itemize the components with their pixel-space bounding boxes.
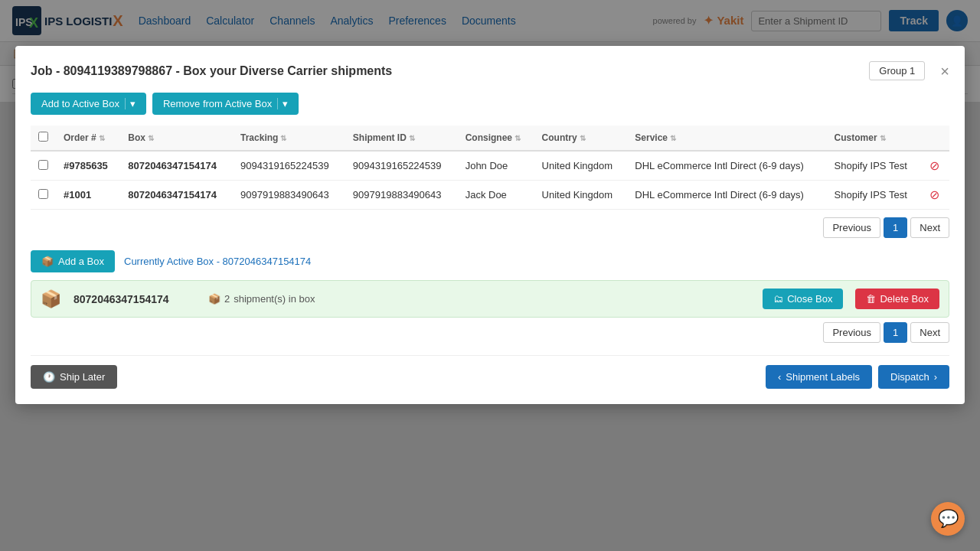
add-box-label: Add to Active Box xyxy=(41,98,119,102)
modal-header: Job - 8094119389798867 - Box your Divers… xyxy=(31,61,949,80)
add-to-active-box-button[interactable]: Add to Active Box ▾ xyxy=(31,93,146,102)
modal-dialog: Job - 8094119389798867 - Box your Divers… xyxy=(15,46,965,102)
modal-close-button[interactable]: × xyxy=(940,64,949,79)
modal-overlay: Job - 8094119389798867 - Box your Divers… xyxy=(0,0,980,102)
add-box-dropdown-arrow[interactable]: ▾ xyxy=(125,98,136,102)
remove-box-label: Remove from Active Box xyxy=(163,98,272,102)
remove-box-dropdown-arrow[interactable]: ▾ xyxy=(277,98,288,102)
action-buttons-row: Add to Active Box ▾ Remove from Active B… xyxy=(31,93,949,102)
modal-title: Job - 8094119389798867 - Box your Divers… xyxy=(31,64,392,78)
remove-from-active-box-button[interactable]: Remove from Active Box ▾ xyxy=(152,93,299,102)
group-badge: Group 1 xyxy=(869,61,925,80)
